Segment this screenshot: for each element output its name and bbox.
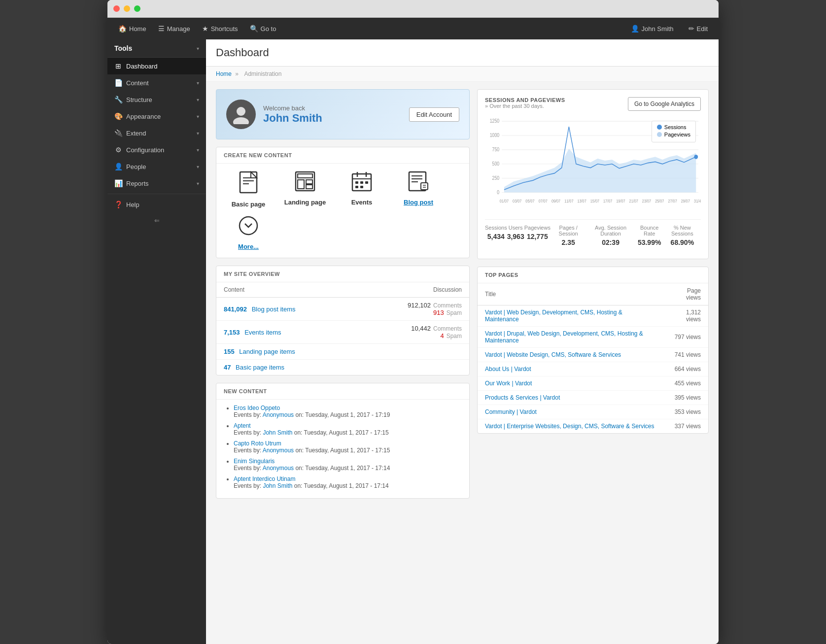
- new-content-title-0[interactable]: Eros Ideo Oppeto: [234, 405, 280, 411]
- overview-row-3: 47 Basic page items: [216, 360, 469, 375]
- new-content-item-2: Capto Roto Utrum Events by: Anonymous on…: [234, 440, 462, 454]
- item-link-2[interactable]: Landing page items: [239, 348, 295, 355]
- svg-text:31/4: 31/4: [694, 199, 701, 203]
- new-content-meta-2: Events by: Anonymous on: Tuesday, August…: [234, 447, 390, 454]
- author-link-0[interactable]: Anonymous: [263, 411, 294, 418]
- user-menu-button[interactable]: 👤 John Smith: [626, 22, 679, 35]
- sidebar-tools-label: Tools: [114, 44, 132, 52]
- right-column: SESSIONS AND PAGEVIEWS » Over the past 3…: [477, 89, 709, 506]
- sidebar-toggle[interactable]: ⇐: [107, 213, 206, 228]
- ga-button[interactable]: Go to Google Analytics: [628, 97, 701, 111]
- new-content-title-1[interactable]: Aptent: [234, 422, 251, 429]
- item-link-3[interactable]: Basic page items: [236, 364, 284, 371]
- top-page-views-4: 455 views: [664, 376, 708, 391]
- svg-rect-18: [355, 186, 358, 188]
- content-type-events[interactable]: Events: [337, 171, 386, 208]
- content-type-more[interactable]: More...: [224, 215, 273, 250]
- legend-pageviews: Pageviews: [657, 132, 690, 137]
- author-link-1[interactable]: John Smith: [263, 429, 292, 436]
- new-content-title-4[interactable]: Aptent Interdico Utinam: [234, 475, 295, 482]
- top-page-views-0: 1,312 views: [664, 305, 708, 327]
- sidebar-item-people[interactable]: 👤 People ▾: [107, 158, 206, 175]
- content-type-landing-page[interactable]: Landing page: [280, 171, 330, 208]
- overview-cell-0: 841,092 Blog post items: [216, 298, 357, 321]
- author-link-2[interactable]: Anonymous: [263, 447, 294, 454]
- events-label: Events: [351, 199, 373, 206]
- sidebar-divider: [107, 194, 206, 194]
- browser-window: 🏠 Home ☰ Manage ★ Shortcuts 🔍 Go to 👤 Jo…: [107, 0, 719, 644]
- item-link-1[interactable]: Events items: [244, 329, 281, 336]
- svg-text:500: 500: [492, 161, 500, 167]
- count-2: 155: [224, 348, 235, 355]
- content-chevron-icon: ▾: [197, 80, 199, 86]
- top-page-row-7: Vardot | Enterprise Websites, Design, CM…: [478, 419, 708, 434]
- home-button[interactable]: 🏠 Home: [113, 22, 151, 35]
- sidebar-tools-chevron[interactable]: ▾: [197, 46, 199, 51]
- spam-label-0: Spam: [447, 309, 462, 316]
- new-content-title-3[interactable]: Enim Singularis: [234, 458, 275, 465]
- edit-account-button[interactable]: Edit Account: [409, 107, 459, 122]
- svg-text:1250: 1250: [490, 118, 499, 124]
- breadcrumb-home[interactable]: Home: [216, 70, 232, 77]
- configuration-icon: ⚙: [114, 146, 122, 154]
- stat-sessions: Sessions 5,434: [485, 225, 507, 246]
- count-3: 47: [224, 364, 231, 371]
- svg-rect-7: [298, 174, 312, 178]
- shortcuts-button[interactable]: ★ Shortcuts: [197, 22, 243, 35]
- author-link-3[interactable]: Anonymous: [263, 465, 294, 472]
- dashboard-icon: ⊞: [114, 62, 122, 70]
- sidebar-label-dashboard: Dashboard: [126, 63, 158, 70]
- new-content-title-2[interactable]: Capto Roto Utrum: [234, 440, 281, 447]
- sidebar-label-appearance: Appearance: [126, 113, 161, 120]
- stats-row: Sessions 5,434 Users 3,963 Pageviews 12,…: [485, 219, 701, 251]
- content-type-blog-post[interactable]: Blog post: [394, 171, 443, 208]
- item-link-0[interactable]: Blog post items: [252, 305, 296, 313]
- close-btn[interactable]: [113, 5, 120, 12]
- new-content-item-1: Aptent Events by: John Smith on: Tuesday…: [234, 422, 462, 436]
- sidebar-label-structure: Structure: [126, 96, 152, 103]
- chart-legend: Sessions Pageviews: [652, 121, 696, 142]
- svg-text:29/07: 29/07: [681, 199, 690, 203]
- svg-text:27/07: 27/07: [668, 199, 677, 203]
- content-icon: 📄: [114, 79, 122, 87]
- manage-button[interactable]: ☰ Manage: [153, 22, 195, 35]
- pageviews-dot: [657, 132, 662, 137]
- sidebar-item-structure[interactable]: 🔧 Structure ▾: [107, 91, 206, 108]
- manage-icon: ☰: [158, 25, 165, 33]
- legend-pageviews-label: Pageviews: [664, 132, 690, 137]
- svg-rect-15: [355, 181, 358, 184]
- avatar: [226, 100, 256, 129]
- content-type-basic-page[interactable]: Basic page: [224, 171, 273, 208]
- sidebar-item-dashboard[interactable]: ⊞ Dashboard: [107, 58, 206, 74]
- landing-page-icon: [295, 171, 315, 196]
- maximize-btn[interactable]: [134, 5, 140, 12]
- minimize-btn[interactable]: [124, 5, 130, 12]
- top-page-views-3: 664 views: [664, 362, 708, 376]
- goto-button[interactable]: 🔍 Go to: [245, 22, 281, 35]
- legend-sessions-label: Sessions: [664, 124, 687, 130]
- welcome-left: Welcome back John Smith: [226, 100, 322, 129]
- sidebar-item-content[interactable]: 📄 Content ▾: [107, 74, 206, 91]
- new-content-item-4: Aptent Interdico Utinam Events by: John …: [234, 475, 462, 489]
- reports-chevron-icon: ▾: [197, 181, 199, 186]
- create-content-header: CREATE NEW CONTENT: [216, 147, 469, 164]
- breadcrumb-current: Administration: [244, 70, 281, 77]
- sidebar-item-configuration[interactable]: ⚙ Configuration ▾: [107, 141, 206, 158]
- basic-page-icon: [239, 171, 258, 198]
- edit-button[interactable]: ✏ Edit: [684, 22, 713, 35]
- sidebar-item-reports[interactable]: 📊 Reports ▾: [107, 175, 206, 192]
- star-icon: ★: [202, 25, 208, 33]
- site-overview-header: MY SITE OVERVIEW: [216, 266, 469, 282]
- overview-table: Content Discussion 841,092 Blog post ite…: [216, 282, 469, 375]
- welcome-greeting: Welcome back: [263, 104, 322, 112]
- sidebar-tools: Tools ▾: [107, 39, 206, 58]
- sidebar-item-extend[interactable]: 🔌 Extend ▾: [107, 125, 206, 141]
- author-link-4[interactable]: John Smith: [263, 482, 292, 489]
- left-column: Welcome back John Smith Edit Account CRE…: [216, 89, 470, 506]
- sidebar-item-appearance[interactable]: 🎨 Appearance ▾: [107, 108, 206, 125]
- disc-count-0: 912,102: [408, 302, 431, 309]
- spam-count-0: 913: [433, 309, 444, 316]
- sidebar-item-help[interactable]: ❓ Help: [107, 196, 206, 213]
- svg-text:03/07: 03/07: [513, 199, 521, 203]
- new-content-item-0: Eros Ideo Oppeto Events by: Anonymous on…: [234, 405, 462, 418]
